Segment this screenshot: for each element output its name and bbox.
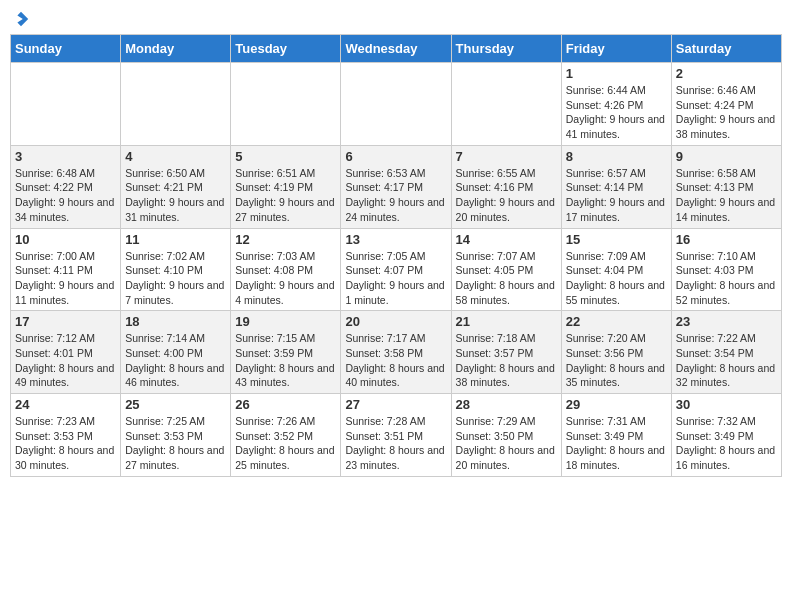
day-info: Sunrise: 7:26 AM Sunset: 3:52 PM Dayligh…	[235, 414, 336, 473]
day-info: Sunrise: 7:07 AM Sunset: 4:05 PM Dayligh…	[456, 249, 557, 308]
calendar-day-cell	[121, 63, 231, 146]
day-info: Sunrise: 7:02 AM Sunset: 4:10 PM Dayligh…	[125, 249, 226, 308]
day-info: Sunrise: 6:51 AM Sunset: 4:19 PM Dayligh…	[235, 166, 336, 225]
calendar-day-cell: 21Sunrise: 7:18 AM Sunset: 3:57 PM Dayli…	[451, 311, 561, 394]
day-info: Sunrise: 7:05 AM Sunset: 4:07 PM Dayligh…	[345, 249, 446, 308]
day-number: 28	[456, 397, 557, 412]
day-number: 14	[456, 232, 557, 247]
calendar-day-header: Thursday	[451, 35, 561, 63]
calendar-day-cell: 3Sunrise: 6:48 AM Sunset: 4:22 PM Daylig…	[11, 145, 121, 228]
calendar-day-header: Sunday	[11, 35, 121, 63]
calendar-day-cell: 27Sunrise: 7:28 AM Sunset: 3:51 PM Dayli…	[341, 394, 451, 477]
calendar-day-cell	[451, 63, 561, 146]
day-number: 15	[566, 232, 667, 247]
day-number: 12	[235, 232, 336, 247]
calendar-day-header: Tuesday	[231, 35, 341, 63]
day-number: 24	[15, 397, 116, 412]
calendar-day-cell	[231, 63, 341, 146]
day-number: 17	[15, 314, 116, 329]
calendar-day-cell: 15Sunrise: 7:09 AM Sunset: 4:04 PM Dayli…	[561, 228, 671, 311]
calendar-day-cell: 14Sunrise: 7:07 AM Sunset: 4:05 PM Dayli…	[451, 228, 561, 311]
day-info: Sunrise: 7:12 AM Sunset: 4:01 PM Dayligh…	[15, 331, 116, 390]
calendar-week-row: 17Sunrise: 7:12 AM Sunset: 4:01 PM Dayli…	[11, 311, 782, 394]
day-number: 3	[15, 149, 116, 164]
logo	[10, 10, 32, 28]
calendar-day-cell	[341, 63, 451, 146]
calendar-day-cell: 17Sunrise: 7:12 AM Sunset: 4:01 PM Dayli…	[11, 311, 121, 394]
day-info: Sunrise: 6:57 AM Sunset: 4:14 PM Dayligh…	[566, 166, 667, 225]
day-info: Sunrise: 7:32 AM Sunset: 3:49 PM Dayligh…	[676, 414, 777, 473]
day-number: 19	[235, 314, 336, 329]
day-number: 8	[566, 149, 667, 164]
day-number: 4	[125, 149, 226, 164]
calendar-week-row: 10Sunrise: 7:00 AM Sunset: 4:11 PM Dayli…	[11, 228, 782, 311]
calendar-day-cell: 8Sunrise: 6:57 AM Sunset: 4:14 PM Daylig…	[561, 145, 671, 228]
calendar-week-row: 1Sunrise: 6:44 AM Sunset: 4:26 PM Daylig…	[11, 63, 782, 146]
day-info: Sunrise: 7:18 AM Sunset: 3:57 PM Dayligh…	[456, 331, 557, 390]
day-info: Sunrise: 7:00 AM Sunset: 4:11 PM Dayligh…	[15, 249, 116, 308]
calendar-header-row: SundayMondayTuesdayWednesdayThursdayFrid…	[11, 35, 782, 63]
calendar-day-header: Saturday	[671, 35, 781, 63]
day-number: 23	[676, 314, 777, 329]
svg-marker-0	[17, 12, 28, 26]
calendar-day-cell: 13Sunrise: 7:05 AM Sunset: 4:07 PM Dayli…	[341, 228, 451, 311]
calendar-day-cell: 20Sunrise: 7:17 AM Sunset: 3:58 PM Dayli…	[341, 311, 451, 394]
day-info: Sunrise: 7:10 AM Sunset: 4:03 PM Dayligh…	[676, 249, 777, 308]
day-number: 25	[125, 397, 226, 412]
day-number: 13	[345, 232, 446, 247]
calendar-day-cell: 24Sunrise: 7:23 AM Sunset: 3:53 PM Dayli…	[11, 394, 121, 477]
calendar-body: 1Sunrise: 6:44 AM Sunset: 4:26 PM Daylig…	[11, 63, 782, 477]
calendar-day-cell: 30Sunrise: 7:32 AM Sunset: 3:49 PM Dayli…	[671, 394, 781, 477]
day-number: 5	[235, 149, 336, 164]
day-info: Sunrise: 6:48 AM Sunset: 4:22 PM Dayligh…	[15, 166, 116, 225]
calendar-day-cell: 9Sunrise: 6:58 AM Sunset: 4:13 PM Daylig…	[671, 145, 781, 228]
day-number: 29	[566, 397, 667, 412]
day-number: 1	[566, 66, 667, 81]
calendar-day-cell	[11, 63, 121, 146]
day-number: 6	[345, 149, 446, 164]
day-info: Sunrise: 7:15 AM Sunset: 3:59 PM Dayligh…	[235, 331, 336, 390]
day-number: 10	[15, 232, 116, 247]
day-info: Sunrise: 7:03 AM Sunset: 4:08 PM Dayligh…	[235, 249, 336, 308]
calendar-week-row: 24Sunrise: 7:23 AM Sunset: 3:53 PM Dayli…	[11, 394, 782, 477]
logo-icon	[12, 10, 30, 28]
calendar-day-cell: 1Sunrise: 6:44 AM Sunset: 4:26 PM Daylig…	[561, 63, 671, 146]
day-info: Sunrise: 6:58 AM Sunset: 4:13 PM Dayligh…	[676, 166, 777, 225]
day-info: Sunrise: 6:46 AM Sunset: 4:24 PM Dayligh…	[676, 83, 777, 142]
day-number: 20	[345, 314, 446, 329]
day-info: Sunrise: 6:44 AM Sunset: 4:26 PM Dayligh…	[566, 83, 667, 142]
day-number: 11	[125, 232, 226, 247]
day-info: Sunrise: 7:23 AM Sunset: 3:53 PM Dayligh…	[15, 414, 116, 473]
calendar-day-cell: 4Sunrise: 6:50 AM Sunset: 4:21 PM Daylig…	[121, 145, 231, 228]
calendar-day-header: Wednesday	[341, 35, 451, 63]
day-number: 27	[345, 397, 446, 412]
day-info: Sunrise: 7:17 AM Sunset: 3:58 PM Dayligh…	[345, 331, 446, 390]
day-info: Sunrise: 7:20 AM Sunset: 3:56 PM Dayligh…	[566, 331, 667, 390]
calendar-week-row: 3Sunrise: 6:48 AM Sunset: 4:22 PM Daylig…	[11, 145, 782, 228]
day-info: Sunrise: 7:09 AM Sunset: 4:04 PM Dayligh…	[566, 249, 667, 308]
day-number: 16	[676, 232, 777, 247]
calendar-day-cell: 29Sunrise: 7:31 AM Sunset: 3:49 PM Dayli…	[561, 394, 671, 477]
day-number: 7	[456, 149, 557, 164]
page-header	[10, 10, 782, 28]
calendar-day-cell: 5Sunrise: 6:51 AM Sunset: 4:19 PM Daylig…	[231, 145, 341, 228]
day-info: Sunrise: 7:22 AM Sunset: 3:54 PM Dayligh…	[676, 331, 777, 390]
day-number: 18	[125, 314, 226, 329]
day-number: 22	[566, 314, 667, 329]
calendar-day-cell: 11Sunrise: 7:02 AM Sunset: 4:10 PM Dayli…	[121, 228, 231, 311]
calendar-day-header: Monday	[121, 35, 231, 63]
calendar-day-cell: 16Sunrise: 7:10 AM Sunset: 4:03 PM Dayli…	[671, 228, 781, 311]
day-number: 2	[676, 66, 777, 81]
day-info: Sunrise: 7:31 AM Sunset: 3:49 PM Dayligh…	[566, 414, 667, 473]
day-info: Sunrise: 7:14 AM Sunset: 4:00 PM Dayligh…	[125, 331, 226, 390]
day-number: 30	[676, 397, 777, 412]
calendar-day-cell: 7Sunrise: 6:55 AM Sunset: 4:16 PM Daylig…	[451, 145, 561, 228]
calendar-day-cell: 28Sunrise: 7:29 AM Sunset: 3:50 PM Dayli…	[451, 394, 561, 477]
calendar-table: SundayMondayTuesdayWednesdayThursdayFrid…	[10, 34, 782, 477]
day-number: 21	[456, 314, 557, 329]
calendar-day-cell: 18Sunrise: 7:14 AM Sunset: 4:00 PM Dayli…	[121, 311, 231, 394]
day-info: Sunrise: 6:55 AM Sunset: 4:16 PM Dayligh…	[456, 166, 557, 225]
day-info: Sunrise: 7:25 AM Sunset: 3:53 PM Dayligh…	[125, 414, 226, 473]
calendar-day-cell: 25Sunrise: 7:25 AM Sunset: 3:53 PM Dayli…	[121, 394, 231, 477]
calendar-day-cell: 22Sunrise: 7:20 AM Sunset: 3:56 PM Dayli…	[561, 311, 671, 394]
